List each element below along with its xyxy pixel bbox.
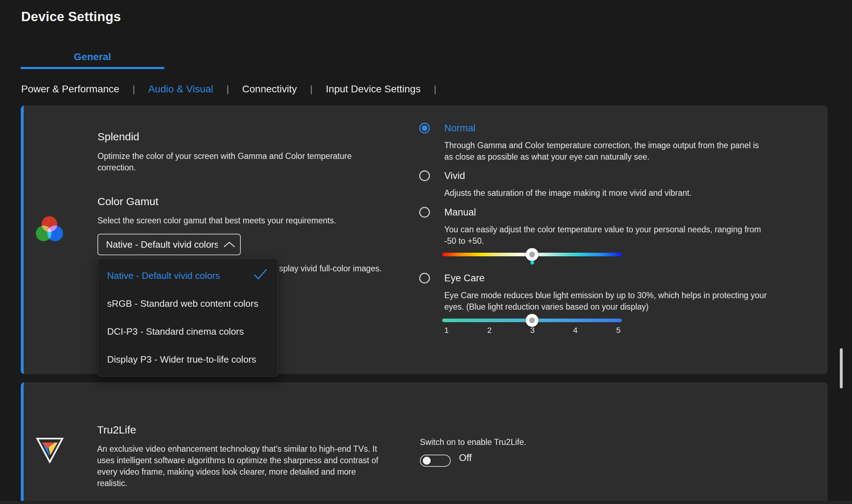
color-gamut-description: Select the screen color gamut that best … <box>97 215 420 226</box>
radio-normal[interactable] <box>419 123 430 134</box>
subtab-divider: | <box>133 83 135 95</box>
bottom-edge-strip <box>0 501 852 504</box>
tru2life-switch-label: Switch on to enable Tru2Life. <box>420 437 526 447</box>
radio-vivid[interactable] <box>419 170 430 181</box>
subtab-power-performance[interactable]: Power & Performance <box>21 83 119 95</box>
splendid-title: Splendid <box>97 131 139 143</box>
checkmark-icon <box>253 268 268 283</box>
mode-desc-normal: Through Gamma and Color temperature corr… <box>444 140 838 163</box>
color-temperature-slider-marker <box>530 261 534 265</box>
tab-general-underline <box>20 67 164 69</box>
tru2life-icon <box>36 437 64 465</box>
mode-desc-vivid: Adjusts the saturation of the image maki… <box>444 187 838 199</box>
gamut-option-dci-p3[interactable]: DCI-P3 - Standard cinema colors <box>98 318 278 345</box>
tick-label: 1 <box>444 326 449 335</box>
gamut-option-label: Display P3 - Wider true-to-life colors <box>107 354 256 365</box>
gamut-option-srgb[interactable]: sRGB - Standard web content colors <box>98 290 278 318</box>
splendid-description: Optimize the color of your screen with G… <box>97 150 420 173</box>
gamut-selected-description-fragment: splay vivid full-color images. <box>279 264 382 273</box>
mode-desc-eye-care: Eye Care mode reduces blue light emissio… <box>444 290 838 312</box>
mode-label-manual[interactable]: Manual <box>444 207 476 218</box>
splendid-color-wheel-icon <box>36 216 63 241</box>
eye-care-level-slider-thumb[interactable] <box>526 314 539 327</box>
gamut-option-label: sRGB - Standard web content colors <box>107 298 258 309</box>
gamut-option-display-p3[interactable]: Display P3 - Wider true-to-life colors <box>98 345 278 373</box>
subtab-row: Power & Performance | Audio & Visual | C… <box>21 83 436 95</box>
mode-label-vivid[interactable]: Vivid <box>444 170 465 181</box>
color-gamut-select-value: Native - Default vivid colors <box>106 239 218 250</box>
radio-manual[interactable] <box>419 207 430 218</box>
page-title: Device Settings <box>21 9 121 24</box>
mode-desc-manual: You can easily adjust the color temperat… <box>444 224 838 247</box>
subtab-divider: | <box>434 83 436 95</box>
subtab-divider: | <box>226 83 229 95</box>
tab-general[interactable]: General <box>20 51 164 63</box>
eye-care-tick-labels: 1 2 3 4 5 <box>444 326 621 335</box>
subtab-divider: | <box>310 83 313 95</box>
subtab-connectivity[interactable]: Connectivity <box>242 83 297 95</box>
tick-label: 2 <box>487 326 492 335</box>
tru2life-title: Tru2Life <box>97 424 136 436</box>
vertical-scrollbar-thumb[interactable] <box>840 348 843 388</box>
gamut-option-label: DCI-P3 - Standard cinema colors <box>107 326 244 337</box>
gamut-option-native[interactable]: Native - Default vivid colors <box>98 262 278 290</box>
mode-label-eye-care[interactable]: Eye Care <box>444 273 485 284</box>
color-gamut-title: Color Gamut <box>97 195 158 208</box>
color-gamut-select[interactable]: Native - Default vivid colors <box>97 234 241 255</box>
tru2life-toggle-state: Off <box>459 452 472 464</box>
tru2life-toggle[interactable] <box>420 455 451 467</box>
device-settings-screen: Device Settings General Power & Performa… <box>0 0 852 504</box>
subtab-audio-visual[interactable]: Audio & Visual <box>148 83 214 95</box>
mode-label-normal[interactable]: Normal <box>444 123 475 134</box>
color-temperature-slider-thumb[interactable] <box>526 248 539 261</box>
chevron-up-icon <box>223 241 236 248</box>
tick-label: 5 <box>616 326 621 335</box>
subtab-input-device-settings[interactable]: Input Device Settings <box>326 83 421 95</box>
tru2life-description: An exclusive video enhancement technolog… <box>97 443 437 489</box>
color-gamut-popup: Native - Default vivid colors sRGB - Sta… <box>97 258 278 377</box>
tick-label: 4 <box>573 326 578 335</box>
tick-label: 3 <box>530 326 535 335</box>
radio-eye-care[interactable] <box>419 273 430 284</box>
gamut-option-label: Native - Default vivid colors <box>107 270 220 281</box>
toggle-knob <box>423 457 431 465</box>
